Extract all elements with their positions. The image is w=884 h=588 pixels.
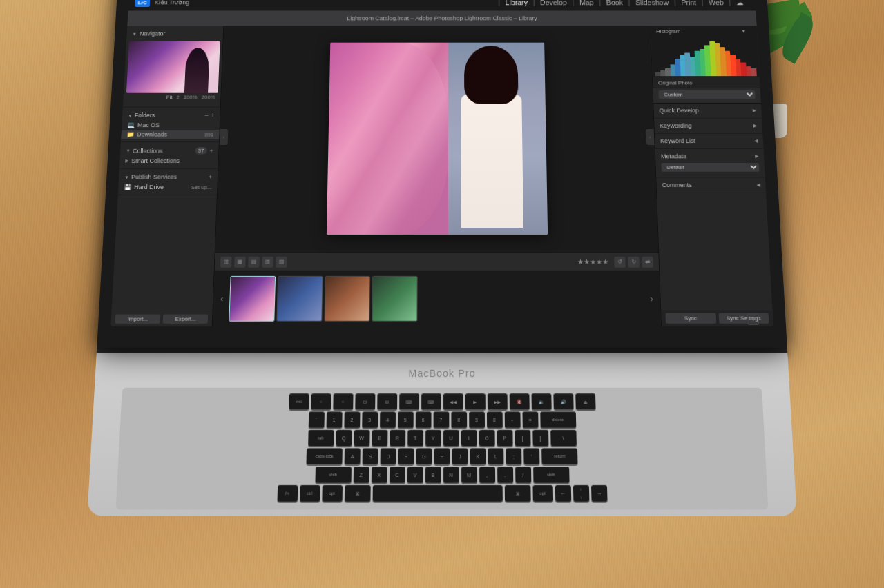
key-k[interactable]: K [470, 448, 486, 464]
rotate-left-btn[interactable]: ↺ [614, 256, 626, 267]
collections-plus-icon[interactable]: + [209, 147, 213, 154]
key-arrow-right[interactable]: → [590, 485, 607, 502]
key-b[interactable]: B [425, 467, 441, 483]
key-f11[interactable]: 🔉 [531, 393, 551, 409]
key-cmd-right[interactable]: ⌘ [504, 485, 530, 502]
key-tab[interactable]: tab [308, 430, 334, 446]
filmstrip-scroll-left[interactable]: ‹ [216, 288, 228, 309]
key-4[interactable]: 4 [380, 411, 396, 427]
key-backtick[interactable]: ` [308, 411, 324, 427]
key-i[interactable]: I [461, 430, 477, 446]
key-shift-right[interactable]: shift [533, 467, 569, 483]
folder-macos[interactable]: 💻 Mac OS [122, 121, 220, 130]
sync-settings-button[interactable]: Sync Settings [718, 313, 769, 324]
metadata-header[interactable]: Metadata ▶ [655, 151, 765, 161]
module-book[interactable]: Book [601, 0, 628, 6]
module-map[interactable]: Map [574, 0, 599, 6]
key-y[interactable]: Y [425, 430, 441, 446]
key-option-right[interactable]: opt [532, 485, 553, 502]
key-t[interactable]: T [407, 430, 423, 446]
key-f3[interactable]: ⊡ [355, 393, 375, 409]
setup-link[interactable]: Set up... [191, 184, 212, 190]
key-f1[interactable]: ☼ [311, 393, 331, 409]
keywording-header[interactable]: Keywording ▶ [654, 121, 762, 131]
key-z[interactable]: Z [353, 467, 369, 483]
key-x[interactable]: X [371, 467, 387, 483]
navigator-header[interactable]: ▼ Navigator [126, 28, 223, 39]
import-button[interactable]: Import... [115, 315, 161, 324]
key-5[interactable]: 5 [397, 411, 413, 427]
module-slideshow[interactable]: Slideshow [630, 0, 674, 6]
key-f4[interactable]: ⊞ [377, 393, 397, 409]
filmstrip-thumb-2[interactable] [276, 276, 323, 322]
filmstrip-thumb-1[interactable] [229, 276, 276, 322]
folders-header[interactable]: ▼ Folders – + [122, 110, 220, 120]
key-v[interactable]: V [407, 467, 423, 483]
key-7[interactable]: 7 [433, 411, 449, 427]
zoom-fill[interactable]: 2 [176, 95, 180, 101]
metadata-preset-select[interactable]: Default [661, 163, 759, 172]
key-quote[interactable]: ' [523, 448, 539, 464]
key-n[interactable]: N [443, 467, 459, 483]
module-web[interactable]: Web [703, 0, 729, 6]
preset-select[interactable]: Custom [658, 90, 755, 99]
key-comma[interactable]: , [479, 467, 495, 483]
key-ctrl[interactable]: ctrl [299, 485, 320, 502]
key-return[interactable]: return [541, 448, 577, 464]
filmstrip-thumb-4[interactable] [372, 276, 417, 322]
key-cmd-left[interactable]: ⌘ [344, 485, 370, 502]
key-f12[interactable]: 🔊 [553, 393, 573, 409]
right-panel-toggle[interactable]: › [646, 129, 655, 145]
hard-drive-item[interactable]: 💾 Hard Drive Set up... [118, 182, 218, 192]
key-j[interactable]: J [452, 448, 468, 464]
publish-plus-icon[interactable]: + [209, 174, 213, 181]
key-semicolon[interactable]: ; [506, 448, 521, 464]
key-o[interactable]: O [479, 430, 494, 446]
compare-view-btn[interactable]: ▤ [248, 256, 260, 267]
module-cloud-icon[interactable]: ☁ [731, 0, 749, 7]
key-g[interactable]: G [416, 448, 432, 464]
survey-view-btn[interactable]: ▥ [262, 256, 273, 267]
key-8[interactable]: 8 [451, 411, 467, 427]
key-a[interactable]: A [345, 448, 361, 464]
rotate-right-btn[interactable]: ↻ [628, 256, 640, 267]
key-f[interactable]: F [398, 448, 414, 464]
key-minus[interactable]: - [504, 411, 520, 427]
key-bracket-right[interactable]: ] [532, 430, 548, 446]
loupe-view-btn[interactable]: ▦ [234, 256, 246, 267]
left-panel-toggle[interactable]: ‹ [220, 129, 229, 145]
key-p[interactable]: P [497, 430, 512, 446]
key-f10[interactable]: 🔇 [509, 393, 529, 409]
key-slash[interactable]: / [515, 467, 531, 483]
key-3[interactable]: 3 [362, 411, 378, 427]
key-d[interactable]: D [381, 448, 396, 464]
folders-plus-icon[interactable]: + [211, 112, 215, 119]
key-power[interactable]: ⏏ [575, 393, 595, 409]
key-0[interactable]: 0 [486, 411, 502, 427]
sync-button[interactable]: Sync [666, 313, 716, 324]
key-caps[interactable]: caps lock [306, 448, 342, 464]
quick-develop-header[interactable]: Quick Develop ▶ [653, 106, 761, 116]
key-space[interactable] [372, 485, 502, 502]
key-arrow-left[interactable]: ← [555, 485, 570, 502]
publish-header[interactable]: ▼ Publish Services + [119, 172, 218, 183]
key-backslash[interactable]: \ [550, 430, 577, 446]
key-option-left[interactable]: opt [322, 485, 343, 502]
module-library[interactable]: Library [500, 0, 533, 6]
star-rating[interactable]: ★★★★★ [577, 258, 609, 266]
key-s[interactable]: S [363, 448, 378, 464]
key-r[interactable]: R [390, 430, 405, 446]
key-esc[interactable]: esc [289, 393, 309, 409]
key-u[interactable]: U [443, 430, 459, 446]
export-button[interactable]: Export... [163, 315, 209, 324]
filmstrip-thumb-3[interactable] [324, 276, 370, 322]
key-9[interactable]: 9 [469, 411, 485, 427]
key-c[interactable]: C [389, 467, 405, 483]
key-f2[interactable]: ☼ [333, 393, 353, 409]
key-bracket-left[interactable]: [ [515, 430, 530, 446]
key-f7[interactable]: ◀◀ [443, 393, 463, 409]
folders-minus-icon[interactable]: – [204, 112, 208, 119]
grid-view-btn[interactable]: ⊞ [220, 256, 232, 267]
module-develop[interactable]: Develop [535, 0, 572, 6]
key-l[interactable]: L [488, 448, 503, 464]
